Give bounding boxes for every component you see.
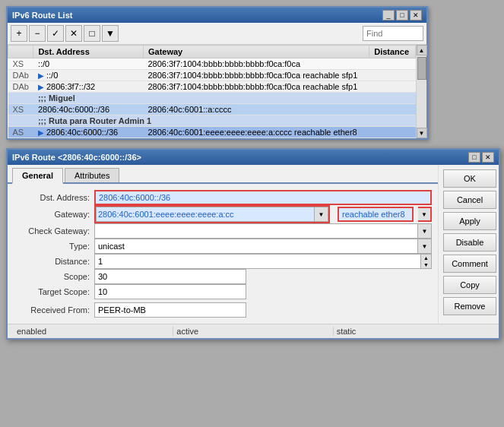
gateway-input[interactable] bbox=[96, 207, 315, 222]
status-bar: enabled active static bbox=[8, 324, 499, 338]
row-gateway: 2806:40c:6001::a:cccc bbox=[143, 104, 369, 115]
toolbar: + − ✓ ✕ □ ▼ bbox=[8, 23, 426, 45]
status-enabled: enabled bbox=[14, 327, 173, 336]
row-dst: ▶ ::/0 bbox=[33, 70, 144, 81]
row-gateway: 2806:3f7:1004:bbbb:bbbb:bbbb:f0ca:f0ca r… bbox=[143, 70, 369, 81]
distance-input-wrap: ▲ ▼ bbox=[94, 254, 432, 269]
detail-close-button[interactable]: ✕ bbox=[482, 152, 494, 163]
row-type: AS bbox=[8, 127, 33, 138]
target-scope-row: Target Scope: bbox=[14, 284, 432, 299]
check-gateway-input[interactable] bbox=[94, 223, 418, 239]
detail-layout: General Attributes Dst. Address: Gateway… bbox=[8, 165, 499, 324]
check-gateway-dropdown[interactable]: ▼ bbox=[418, 223, 432, 239]
detail-minimize-button[interactable]: □ bbox=[468, 152, 480, 163]
minimize-button[interactable]: _ bbox=[382, 10, 395, 21]
row-gateway: 2806:40c:6001:eeee:eeee:eeee:a:cccc reac… bbox=[143, 127, 369, 138]
dst-address-row: Dst. Address: bbox=[14, 190, 432, 205]
gateway-label: Gateway: bbox=[14, 210, 90, 219]
row-gateway: 2806:3f7:1004:bbbb:bbbb:bbbb:f0ca:f0ca bbox=[143, 59, 369, 70]
cancel-toolbar-button[interactable]: ✕ bbox=[65, 25, 82, 42]
table-row[interactable]: DAb ▶ 2806:3f7::/32 2806:3f7:1004:bbbb:b… bbox=[8, 81, 416, 93]
type-dropdown[interactable]: ▼ bbox=[418, 239, 432, 254]
form-section: Dst. Address: Gateway: ▼ reachable ether… bbox=[8, 184, 438, 324]
type-header[interactable] bbox=[8, 46, 33, 59]
received-from-row: Received From: bbox=[14, 302, 432, 318]
table-row[interactable]: XS ::/0 2806:3f7:1004:bbbb:bbbb:bbbb:f0c… bbox=[8, 59, 416, 70]
section-type bbox=[8, 93, 33, 104]
row-dst: 2806:40c:6000::/36 bbox=[33, 104, 144, 115]
detail-window-controls: □ ✕ bbox=[468, 152, 494, 163]
route-list-title: IPv6 Route List bbox=[12, 11, 72, 20]
check-button[interactable]: ✓ bbox=[47, 25, 64, 42]
scope-row: Scope: bbox=[14, 269, 432, 284]
delete-button[interactable]: − bbox=[29, 25, 46, 42]
cancel-button[interactable]: Cancel bbox=[443, 191, 496, 209]
scroll-down-button[interactable]: ▼ bbox=[417, 128, 427, 138]
maximize-button[interactable]: □ bbox=[396, 10, 408, 21]
row-type: DAb bbox=[8, 81, 33, 93]
section-label: ;;; Ruta para Router Admin 1 bbox=[33, 115, 416, 127]
scope-input[interactable] bbox=[94, 269, 246, 284]
tab-general[interactable]: General bbox=[12, 168, 63, 184]
table-row[interactable]: XS 2806:40c:6000::/36 2806:40c:6001::a:c… bbox=[8, 104, 416, 115]
row-distance bbox=[369, 104, 416, 115]
check-gateway-row: Check Gateway: ▼ bbox=[14, 223, 432, 239]
ok-button[interactable]: OK bbox=[443, 169, 496, 188]
find-input[interactable] bbox=[363, 26, 423, 41]
tab-attributes[interactable]: Attributes bbox=[65, 168, 119, 182]
disable-button[interactable]: Disable bbox=[443, 233, 496, 251]
detail-title: IPv6 Route <2806:40c:6000::/36> bbox=[12, 153, 141, 162]
gateway-dropdown-button[interactable]: ▼ bbox=[315, 207, 328, 222]
route-list-window: IPv6 Route List _ □ ✕ + − ✓ ✕ □ ▼ Dst. A… bbox=[6, 6, 428, 140]
detail-left: General Attributes Dst. Address: Gateway… bbox=[8, 165, 438, 324]
route-list-title-bar: IPv6 Route List _ □ ✕ bbox=[8, 8, 426, 23]
distance-input[interactable] bbox=[94, 254, 421, 269]
remove-button[interactable]: Remove bbox=[443, 297, 496, 315]
comment-button[interactable]: Comment bbox=[443, 255, 496, 273]
window-controls: _ □ ✕ bbox=[382, 10, 422, 21]
close-button[interactable]: ✕ bbox=[410, 10, 422, 21]
table-row[interactable]: DAb ▶ ::/0 2806:3f7:1004:bbbb:bbbb:bbbb:… bbox=[8, 70, 416, 81]
row-dst: ▶ 2806:40c:6000::/36 bbox=[33, 127, 144, 138]
spin-down-button[interactable]: ▼ bbox=[421, 261, 431, 268]
row-distance bbox=[369, 81, 416, 93]
row-type: XS bbox=[8, 59, 33, 70]
type-label: Type: bbox=[14, 242, 90, 251]
tabs-bar: General Attributes bbox=[8, 165, 438, 184]
type-input[interactable] bbox=[94, 239, 418, 254]
section-type bbox=[8, 115, 33, 127]
table-container: Dst. Address Gateway Distance XS ::/0 28… bbox=[8, 45, 426, 138]
duplicate-button[interactable]: □ bbox=[84, 25, 100, 42]
target-scope-label: Target Scope: bbox=[14, 287, 90, 296]
detail-title-bar: IPv6 Route <2806:40c:6000::/36> □ ✕ bbox=[8, 150, 499, 165]
vertical-scrollbar[interactable]: ▲ ▼ bbox=[416, 45, 426, 138]
distance-spinner[interactable]: ▲ ▼ bbox=[421, 254, 432, 269]
dst-address-input[interactable] bbox=[94, 190, 432, 205]
scroll-up-button[interactable]: ▲ bbox=[417, 45, 427, 55]
table-wrapper: Dst. Address Gateway Distance XS ::/0 28… bbox=[8, 45, 416, 138]
received-from-label: Received From: bbox=[14, 305, 90, 315]
section-label: ;;; Miguel bbox=[33, 93, 416, 104]
spin-up-button[interactable]: ▲ bbox=[421, 255, 431, 261]
add-button[interactable]: + bbox=[11, 25, 27, 42]
distance-header[interactable]: Distance bbox=[369, 46, 416, 59]
target-scope-input[interactable] bbox=[94, 284, 246, 299]
status-static: static bbox=[333, 327, 493, 336]
row-dst: ::/0 bbox=[33, 59, 144, 70]
scroll-thumb[interactable] bbox=[417, 57, 426, 80]
received-from-input[interactable] bbox=[94, 302, 246, 318]
status-active: active bbox=[173, 327, 332, 336]
row-distance bbox=[369, 127, 416, 138]
copy-button[interactable]: Copy bbox=[443, 276, 496, 294]
table-row[interactable]: AS ▶ 2806:40c:6000::/36 2806:40c:6001:ee… bbox=[8, 127, 416, 138]
filter-button[interactable]: ▼ bbox=[102, 25, 119, 42]
row-type: DAb bbox=[8, 70, 33, 81]
gateway-suffix-dropdown[interactable]: ▼ bbox=[418, 207, 432, 222]
gateway-header[interactable]: Gateway bbox=[143, 46, 369, 59]
table-header-row: Dst. Address Gateway Distance bbox=[8, 46, 416, 59]
scope-label: Scope: bbox=[14, 272, 90, 281]
dst-address-label: Dst. Address: bbox=[14, 193, 90, 202]
dst-header[interactable]: Dst. Address bbox=[33, 46, 144, 59]
row-distance bbox=[369, 70, 416, 81]
apply-button[interactable]: Apply bbox=[443, 212, 496, 230]
